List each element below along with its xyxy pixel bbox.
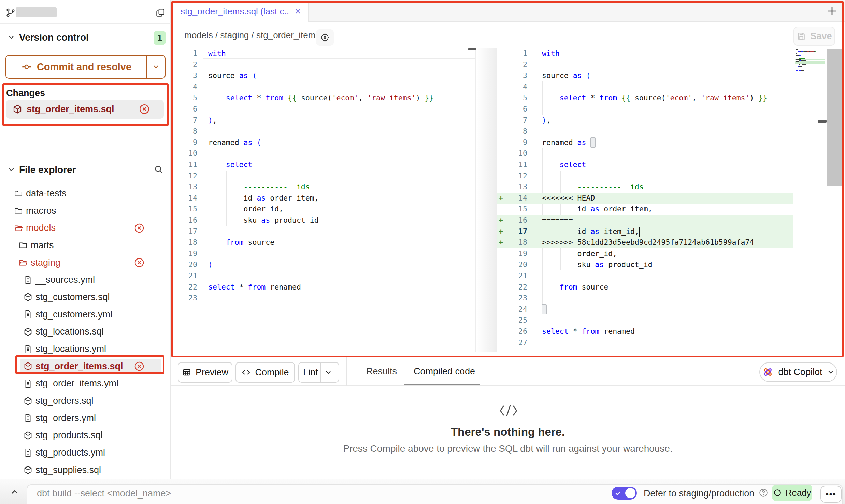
- search-icon[interactable]: [154, 164, 164, 175]
- file-explorer-item-stg-customers-yml[interactable]: stg_customers.yml: [0, 306, 171, 323]
- code-line-9: 9renamed as (: [171, 137, 475, 148]
- compile-button[interactable]: Compile: [235, 362, 295, 383]
- check-icon: [614, 489, 622, 497]
- file-explorer-item-stg-products-yml[interactable]: stg_products.yml: [0, 444, 171, 461]
- file-explorer-item-staging[interactable]: staging: [0, 254, 171, 271]
- file-explorer-item--sources-yml[interactable]: __sources.yml: [0, 271, 171, 288]
- file-explorer-item-stg-locations-sql[interactable]: stg_locations.sql: [0, 323, 171, 341]
- file-explorer-item-stg-order-items-sql[interactable]: stg_order_items.sql: [0, 358, 171, 375]
- code-line-16: +16=======: [497, 215, 826, 226]
- code-line-6: 6: [497, 104, 826, 115]
- new-tab-plus-icon[interactable]: [826, 5, 838, 17]
- breadcrumb: models / staging / stg_order_items.sql: [184, 30, 334, 41]
- editor-pane-left[interactable]: 1with23source as (45 select * from {{ so…: [171, 48, 476, 352]
- file-label: stg_products.sql: [35, 430, 103, 441]
- empty-state-subtitle: Press Compile above to preview the SQL d…: [171, 443, 845, 454]
- file-label: stg_locations.yml: [35, 344, 106, 354]
- file-explorer-item-models[interactable]: models: [0, 219, 171, 237]
- file-label: stg_orders.yml: [35, 413, 96, 424]
- chevron-up-icon[interactable]: [10, 487, 20, 497]
- doc-icon: [23, 413, 33, 423]
- code-line-20: 20 sku as product_id: [497, 259, 826, 270]
- model-icon: [23, 396, 33, 406]
- file-explorer-item-macros[interactable]: macros: [0, 202, 171, 220]
- code-line-18: +18>>>>>>> 58c1dd23d5eebd9cd2495fa7124ab…: [497, 237, 826, 248]
- file-explorer-item-stg-supplies-sql[interactable]: stg_supplies.sql: [0, 461, 171, 479]
- changes-count-badge: 1: [154, 31, 166, 45]
- git-branch-icon[interactable]: [5, 8, 16, 18]
- tab-compiled-code[interactable]: Compiled code: [414, 357, 475, 385]
- version-control-title: Version control: [19, 32, 89, 43]
- branch-name-placeholder[interactable]: [16, 7, 57, 17]
- commit-icon: [21, 61, 32, 72]
- code-line-10: 10: [497, 148, 826, 159]
- commit-dropdown-caret[interactable]: [147, 56, 165, 78]
- chevron-down-icon[interactable]: [7, 33, 16, 42]
- discard-x-icon[interactable]: [134, 257, 145, 268]
- model-icon: [23, 327, 33, 337]
- code-line-11: 11 select: [171, 159, 475, 171]
- file-explorer-item-stg-orders-yml[interactable]: stg_orders.yml: [0, 410, 171, 427]
- discard-x-icon[interactable]: [134, 361, 145, 372]
- file-explorer-item-stg-customers-sql[interactable]: stg_customers.sql: [0, 288, 171, 306]
- file-label: stg_order_items.sql: [35, 361, 123, 372]
- chevron-down-icon[interactable]: [7, 165, 16, 174]
- status-badge: Ready: [772, 485, 812, 501]
- code-line-18: 18 from source: [171, 237, 475, 248]
- file-label: stg_order_items.yml: [35, 378, 118, 389]
- file-explorer-item-stg-locations-yml[interactable]: stg_locations.yml: [0, 340, 171, 358]
- file-label: macros: [26, 206, 56, 216]
- editor-pane-right[interactable]: 1with23source as (45 select * from {{ so…: [497, 48, 826, 352]
- file-explorer-item-stg-order-items-yml[interactable]: stg_order_items.yml: [0, 375, 171, 392]
- file-explorer-item-stg-products-sql[interactable]: stg_products.sql: [0, 427, 171, 444]
- save-button[interactable]: Save: [793, 27, 835, 46]
- file-explorer-item-stg-orders-sql[interactable]: stg_orders.sql: [0, 392, 171, 410]
- changes-section-label: Changes: [6, 88, 45, 99]
- preview-button[interactable]: Preview: [178, 362, 232, 383]
- file-label: staging: [31, 257, 60, 268]
- tab-strip: stg_order_items.sql (last c...: [171, 0, 845, 22]
- empty-state-title: There's nothing here.: [171, 426, 845, 439]
- tab-results[interactable]: Results: [366, 357, 397, 385]
- tab-stg-order-items[interactable]: stg_order_items.sql (last c...: [173, 1, 309, 22]
- file-tree: data-testsmacrosmodelsmartsstaging__sour…: [0, 185, 171, 479]
- folder-open-icon: [18, 258, 28, 267]
- compiled-code-empty-state: There's nothing here. Press Compile abov…: [171, 386, 845, 479]
- code-line-8: 8: [171, 126, 475, 137]
- changed-file-row[interactable]: stg_order_items.sql: [6, 100, 164, 119]
- file-explorer-item-data-tests[interactable]: data-tests: [0, 185, 171, 202]
- code-line-3: 3source as (: [171, 70, 475, 81]
- scrollbar-dash-right[interactable]: [818, 120, 827, 123]
- model-icon: [23, 465, 33, 475]
- more-options-button[interactable]: •••: [820, 486, 842, 503]
- defer-toggle[interactable]: [612, 487, 637, 500]
- help-icon[interactable]: [758, 488, 769, 498]
- code-line-23: 23: [497, 293, 826, 304]
- lint-button[interactable]: Lint: [298, 362, 339, 383]
- pane-divider: [477, 48, 497, 352]
- lineage-icon[interactable]: [316, 29, 334, 46]
- discard-x-icon[interactable]: [134, 223, 145, 234]
- copy-files-icon[interactable]: [155, 8, 166, 18]
- file-explorer-item-marts[interactable]: marts: [0, 237, 171, 254]
- doc-icon: [23, 344, 33, 354]
- discard-x-icon[interactable]: [139, 103, 150, 115]
- command-bar: dbt build --select <model_name> Defer to…: [0, 479, 845, 504]
- close-icon[interactable]: [294, 7, 302, 15]
- code-line-21: 21: [497, 270, 826, 282]
- code-brackets-icon: [499, 403, 518, 418]
- commit-and-resolve-button[interactable]: Commit and resolve: [5, 55, 166, 79]
- file-label: stg_locations.sql: [35, 326, 104, 337]
- scrollbar-dash-left[interactable]: [468, 48, 476, 50]
- scrollbar-thumb[interactable]: [827, 49, 843, 186]
- minimap[interactable]: [795, 48, 826, 89]
- status-circle-icon: [773, 488, 782, 497]
- code-line-27: 27: [497, 337, 826, 349]
- folder-icon: [14, 206, 23, 216]
- code-line-15: 15 order_id,: [171, 204, 475, 215]
- dbt-copilot-button[interactable]: dbt Copilot: [759, 362, 837, 382]
- tab-title: stg_order_items.sql (last c...: [181, 6, 290, 17]
- code-line-7: 7),: [497, 115, 826, 126]
- chevron-down-icon[interactable]: [324, 368, 332, 376]
- model-icon: [23, 431, 33, 440]
